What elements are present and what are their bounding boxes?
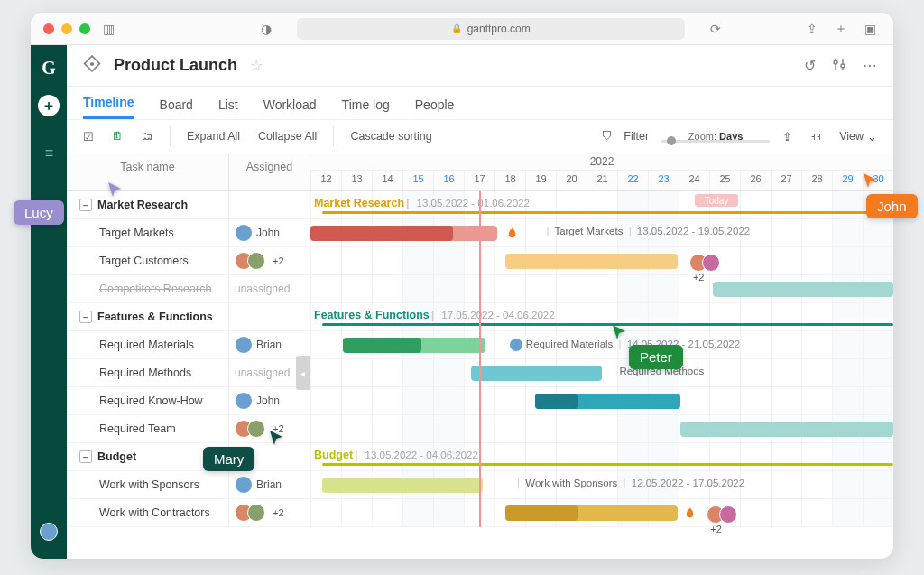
view-dropdown[interactable]: View ⌄ <box>834 126 882 147</box>
main-panel: Product Launch ☆ ↺ ⋯ TimelineBoardListWo… <box>67 45 893 559</box>
collapse-toggle[interactable]: − <box>79 199 92 211</box>
sidebar-toggle-icon[interactable]: ▥ <box>97 20 119 38</box>
day-cell: 23 <box>648 171 679 190</box>
timeline-cell[interactable] <box>310 275 893 302</box>
share-icon[interactable]: ⇪ <box>801 20 823 38</box>
col-timeline: 2022 12131415161718192021222324252627282… <box>310 153 893 190</box>
gantt-bar[interactable] <box>713 282 893 297</box>
task-name[interactable]: Competitors Research <box>67 275 229 302</box>
export-icon[interactable]: ⇪ <box>777 126 798 147</box>
gantt-bar[interactable] <box>322 478 483 493</box>
group-name[interactable]: −Market Research <box>67 191 229 218</box>
timeline-cell: Features & Functions|17.05.2022 - 04.06.… <box>310 303 893 330</box>
avatar <box>235 224 253 242</box>
group-summary-label: Market Research|13.05.2022 - 01.06.2022 <box>314 197 530 209</box>
gantt-bar[interactable] <box>505 505 578 521</box>
timeline-cell[interactable]: | Work with Sponsors | 12.05.2022 - 17.0… <box>310 471 893 498</box>
gantt-bar[interactable] <box>343 338 421 353</box>
menu-icon[interactable]: ≡ <box>45 145 52 162</box>
close-dot[interactable] <box>43 23 54 34</box>
grid-header: Task name Assigned 2022 1213141516171819… <box>67 153 893 191</box>
tab-workload[interactable]: Workload <box>263 97 317 119</box>
task-name[interactable]: Work with Contractors <box>67 499 229 526</box>
task-name[interactable]: Target Customers <box>67 247 229 274</box>
tab-timeline[interactable]: Timeline <box>83 95 134 119</box>
timeline-cell[interactable]: Required Materials | 14.05.2022 - 21.05.… <box>310 331 893 358</box>
address-bar[interactable]: 🔒 ganttpro.com <box>297 18 685 40</box>
task-name[interactable]: Required Materials <box>67 331 229 358</box>
svg-point-4 <box>834 60 837 64</box>
minimize-dot[interactable] <box>61 23 72 34</box>
settings-icon[interactable] <box>832 57 846 75</box>
timeline-cell[interactable]: +2 <box>310 499 893 526</box>
shield-icon[interactable]: ◑ <box>255 20 277 38</box>
gantt-bar[interactable] <box>535 394 578 409</box>
collapse-toggle[interactable]: − <box>79 450 92 463</box>
timeline-cell[interactable]: | Target Markets | 13.05.2022 - 19.05.20… <box>310 219 893 246</box>
group-summary-label: Budget|13.05.2022 - 04.06.2022 <box>314 449 478 461</box>
tab-board[interactable]: Board <box>160 97 193 119</box>
day-cell: 18 <box>494 171 525 190</box>
zoom-dot[interactable] <box>79 23 90 34</box>
tabs-icon[interactable]: ▣ <box>859 20 881 38</box>
timeline-cell[interactable] <box>310 415 893 442</box>
cursor-mary <box>267 429 285 450</box>
tab-time-log[interactable]: Time log <box>342 97 390 119</box>
user-avatar[interactable] <box>40 523 58 541</box>
assigned-cell[interactable]: John <box>229 387 310 414</box>
day-cell: 20 <box>556 171 587 190</box>
task-name[interactable]: Required Methods <box>67 359 229 386</box>
gantt-bar[interactable] <box>310 226 453 241</box>
assigned-cell[interactable]: Brian <box>229 471 310 498</box>
favorite-star-icon[interactable]: ☆ <box>250 57 263 74</box>
col-assigned: Assigned <box>229 153 310 190</box>
separator <box>333 126 334 146</box>
task-name[interactable]: Required Team <box>67 415 229 442</box>
checklist-icon[interactable]: ☑ <box>78 126 99 147</box>
cascade-sort-button[interactable]: Cascade sorting <box>345 126 437 146</box>
calendar-icon[interactable]: 🗓 <box>106 126 129 146</box>
logo-icon[interactable]: G <box>42 58 56 79</box>
task-name[interactable]: Target Markets <box>67 219 229 246</box>
filter-button[interactable]: ⛉ Filter <box>596 126 654 146</box>
svg-point-5 <box>841 64 845 68</box>
zoom-slider[interactable] <box>661 140 770 143</box>
day-cell: 13 <box>341 171 372 190</box>
overdue-icon <box>683 506 697 520</box>
assigned-cell[interactable]: Brian <box>229 331 310 358</box>
collapse-handle[interactable]: ◂ <box>296 356 310 390</box>
assigned-cell[interactable]: unassigned <box>229 275 310 302</box>
expand-all-button[interactable]: Expand All <box>181 126 245 146</box>
tab-people[interactable]: People <box>415 97 455 119</box>
timeline-cell[interactable]: +2 <box>310 247 893 274</box>
columns-icon[interactable]: ⫞⫞ <box>805 126 827 146</box>
task-name[interactable]: Work with Sponsors <box>67 471 229 498</box>
create-project-button[interactable]: ＋ <box>38 95 60 116</box>
bar-label: | Target Markets | 13.05.2022 - 19.05.20… <box>543 226 750 236</box>
tab-list[interactable]: List <box>218 97 238 119</box>
more-icon[interactable]: ⋯ <box>863 57 877 75</box>
overdue-icon <box>505 227 519 240</box>
gantt-bar[interactable] <box>471 366 602 381</box>
group-summary-label: Features & Functions|17.05.2022 - 04.06.… <box>314 309 555 321</box>
zoom-control[interactable]: Zoom: Days <box>661 131 770 143</box>
reload-icon[interactable]: ⟳ <box>705 20 726 38</box>
collapse-toggle[interactable]: − <box>79 311 92 323</box>
hierarchy-icon[interactable]: 🗂 <box>136 126 159 146</box>
gantt-bar[interactable] <box>505 254 678 269</box>
new-tab-icon[interactable]: ＋ <box>830 20 852 38</box>
today-line <box>479 191 481 527</box>
collapse-all-button[interactable]: Collapse All <box>253 126 322 146</box>
timeline-cell[interactable]: ◂Required Methods <box>310 359 893 386</box>
assigned-cell[interactable]: +2 <box>229 499 310 526</box>
avatar <box>235 476 253 494</box>
timeline-cell[interactable] <box>310 387 893 414</box>
bar-label: +2 <box>707 505 737 534</box>
gantt-bar[interactable] <box>680 422 893 437</box>
history-icon[interactable]: ↺ <box>804 57 816 75</box>
assigned-cell[interactable]: +2 <box>229 247 310 274</box>
task-name[interactable]: Required Know-How <box>67 387 229 414</box>
assigned-cell[interactable]: John <box>229 219 310 246</box>
group-name[interactable]: −Features & Functions <box>67 303 229 330</box>
day-cell: 16 <box>433 171 464 190</box>
